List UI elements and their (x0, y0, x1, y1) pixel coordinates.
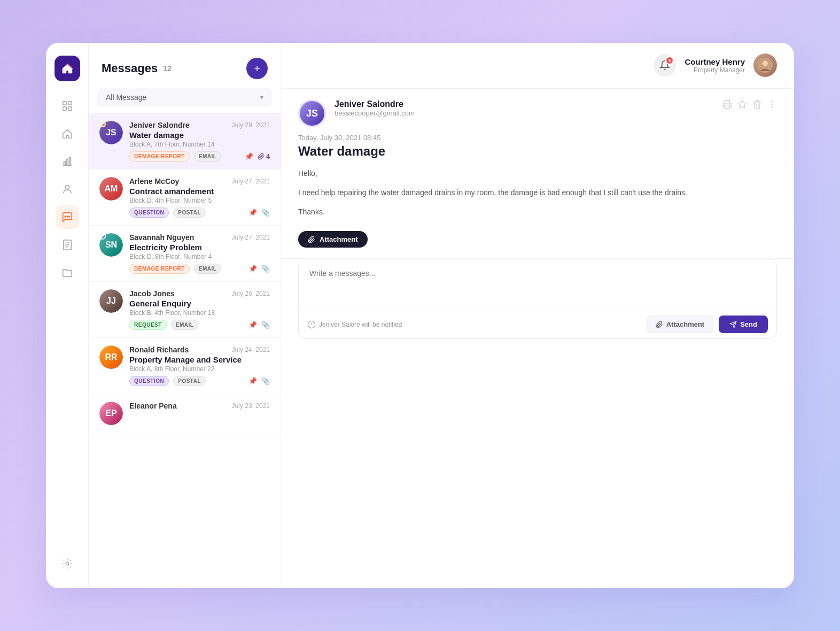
logo-icon (61, 62, 74, 75)
app-container: Messages 12 + All Message ▾ JS Jenive (46, 43, 794, 588)
notification-badge: 6 (665, 56, 674, 65)
tag-email: EMAIL (194, 151, 222, 161)
svg-point-18 (763, 61, 768, 66)
avatar: RR (99, 345, 123, 369)
message-location: Block B, 4th Floor, Number 18 (129, 309, 270, 317)
attachment-label: Attachment (320, 235, 358, 243)
sender-name: Savannah Nguyen (129, 233, 194, 242)
email-sender-name: Jeniver Salondre (335, 99, 714, 109)
message-subject: General Enquiry (129, 299, 270, 308)
list-item[interactable]: AM Arlene McCoy July 27, 2021 Contract a… (89, 170, 281, 226)
list-item[interactable]: EP Eleanor Pena July 23, 2021 (89, 394, 281, 433)
tag-question: QUESTION (129, 376, 169, 386)
sender-name: Ronald Richards (129, 345, 189, 354)
svg-point-10 (67, 216, 68, 217)
svg-point-21 (772, 101, 773, 102)
message-location: Block D, 8th Floor, Number 4 (129, 253, 270, 260)
avatar: EP (99, 402, 123, 425)
svg-rect-6 (66, 159, 68, 165)
sender-name: Jacob Jones (129, 289, 175, 298)
message-location: Block D, 4th Floor, Number 5 (129, 197, 270, 204)
tag-email: EMAIL (194, 264, 222, 274)
svg-rect-7 (69, 158, 71, 166)
sidebar-item-chart[interactable] (56, 150, 79, 173)
message-subject: Electricity Problem (129, 243, 270, 252)
tag-postal: POSTAL (173, 207, 206, 218)
sidebar-item-document[interactable] (56, 233, 79, 257)
add-message-button[interactable]: + (246, 58, 268, 79)
info-icon (307, 320, 316, 329)
list-item[interactable]: RR Ronald Richards July 24, 2021 Propert… (89, 338, 281, 394)
user-info: Courtney Henry Property Manager (685, 57, 745, 74)
svg-point-9 (65, 216, 66, 217)
svg-marker-20 (738, 101, 746, 108)
avatar-image (758, 58, 773, 73)
attach-icon: 📎 (261, 321, 270, 329)
send-icon (729, 321, 737, 328)
sidebar-item-settings[interactable] (56, 552, 79, 575)
attach-button[interactable]: Attachment (647, 316, 714, 333)
list-item[interactable]: SN Savannah Nguyen July 27, 2021 Electri… (89, 226, 281, 282)
pin-icon: 📌 (245, 152, 253, 160)
attachment-button[interactable]: Attachment (298, 231, 368, 248)
messages-title: Messages 12 (102, 61, 172, 75)
messages-count: 12 (163, 64, 172, 73)
sender-name: Jeniver Salondre (129, 121, 190, 129)
pin-icon: 📌 (248, 321, 257, 329)
message-date: July 26, 2021 (232, 290, 270, 297)
paperclip-icon (656, 321, 663, 328)
reply-input[interactable] (299, 259, 776, 307)
messages-list: JS Jeniver Salondre July 29, 2021 Water … (89, 113, 281, 588)
sidebar-item-messages[interactable] (56, 205, 79, 229)
pin-icon: 📌 (248, 209, 257, 217)
message-location: Block A, 8th Floor, Number 22 (129, 365, 270, 373)
message-subject: Property Manage and Service (129, 355, 270, 364)
tag-postal: POSTAL (173, 376, 206, 386)
message-location: Block A, 7th Floor, Number 14 (129, 141, 270, 148)
main-header: 6 Courtney Henry Property Manager (281, 43, 794, 88)
list-item[interactable]: JS Jeniver Salondre July 29, 2021 Water … (89, 113, 281, 170)
message-date: July 23, 2021 (232, 402, 270, 410)
avatar: JS (99, 121, 123, 144)
message-subject: Contract amandement (129, 187, 270, 196)
user-name: Courtney Henry (685, 57, 745, 66)
sidebar-logo[interactable] (55, 56, 80, 81)
message-date: July 27, 2021 (232, 234, 270, 241)
attach-icon: 📎 (261, 265, 270, 273)
attachment-count: 4 (258, 153, 270, 160)
email-sender-avatar: JS (298, 99, 326, 127)
user-role: Property Manager (685, 66, 745, 74)
notif-text: Jeniver Salore will be notified (319, 321, 402, 328)
sidebar-item-home[interactable] (56, 122, 79, 145)
avatar: SN (99, 233, 123, 257)
email-body: Hello, I need help repairing the water d… (298, 167, 777, 218)
svg-point-8 (65, 186, 69, 189)
user-avatar (753, 53, 777, 77)
send-label: Send (740, 320, 757, 328)
sidebar-item-person[interactable] (56, 178, 79, 201)
messages-label: Messages (102, 61, 158, 75)
sidebar-item-folder[interactable] (56, 261, 79, 284)
filter-dropdown[interactable]: All Message ▾ (97, 88, 272, 107)
trash-icon[interactable] (752, 99, 762, 111)
filter-label: All Message (106, 93, 146, 102)
notifications-button[interactable]: 6 (654, 54, 676, 76)
email-text: I need help repairing the water damaged … (298, 187, 777, 199)
send-button[interactable]: Send (719, 316, 768, 333)
paperclip-icon (308, 236, 315, 243)
star-icon[interactable] (737, 99, 747, 111)
status-dot (99, 121, 106, 127)
email-date: Today, July 30, 2021 08:45 (298, 134, 777, 142)
tag-email: EMAIL (171, 320, 199, 330)
reply-box: Jeniver Salore will be notified Attachme… (298, 259, 777, 339)
more-icon[interactable] (767, 99, 777, 111)
list-item[interactable]: JJ Jacob Jones July 26, 2021 General Enq… (89, 282, 281, 338)
sidebar-item-grid[interactable] (56, 94, 79, 118)
print-icon[interactable] (722, 99, 732, 111)
email-actions (722, 99, 777, 111)
tag-damage: DEMAGE REPORT (129, 151, 190, 161)
chevron-down-icon: ▾ (260, 94, 263, 101)
email-subject: Water damage (298, 144, 777, 159)
tag-request: REQUEST (129, 320, 167, 330)
svg-rect-2 (63, 107, 66, 110)
